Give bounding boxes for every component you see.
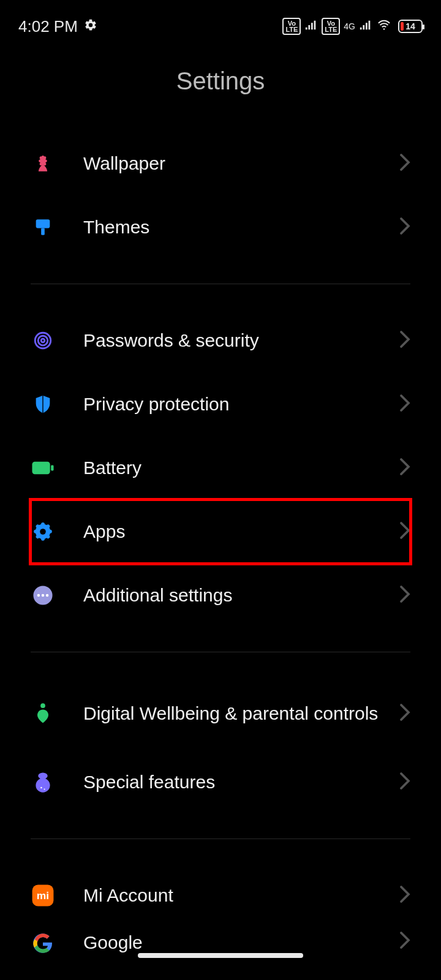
fingerprint-icon [31, 328, 55, 353]
svg-point-16 [36, 778, 50, 793]
svg-point-1 [42, 156, 45, 159]
svg-point-0 [383, 28, 385, 30]
wellbeing-icon [31, 701, 55, 726]
settings-item-label: Digital Wellbeing & parental controls [83, 702, 399, 725]
status-right: VoLTE VoLTE 4G 14 [282, 17, 423, 36]
network-type: 4G [344, 22, 355, 31]
status-left: 4:02 PM [18, 17, 97, 36]
svg-point-13 [46, 594, 49, 597]
page-title: Settings [0, 67, 441, 95]
chevron-right-icon [399, 521, 410, 542]
chevron-right-icon [399, 585, 410, 606]
svg-point-17 [40, 787, 42, 789]
shield-icon [31, 392, 55, 417]
settings-list: Wallpaper Themes Passwords & security Pr… [0, 132, 441, 980]
volte-badge-2-icon: VoLTE [322, 18, 340, 35]
signal-icon [304, 17, 318, 36]
chevron-right-icon [399, 217, 410, 238]
settings-item-label: Wallpaper [83, 152, 399, 175]
settings-item-label: Privacy protection [83, 393, 399, 416]
svg-rect-7 [32, 462, 50, 474]
settings-item-label: Apps [83, 520, 399, 543]
svg-point-11 [37, 594, 40, 597]
chevron-right-icon [399, 772, 410, 793]
settings-item-label: Battery [83, 456, 399, 480]
chevron-right-icon [399, 458, 410, 478]
settings-item-privacy[interactable]: Privacy protection [31, 372, 410, 436]
home-indicator[interactable] [138, 953, 303, 958]
gear-filled-icon [31, 519, 55, 544]
svg-point-6 [41, 339, 45, 342]
battery-percent: 14 [405, 21, 415, 31]
svg-text:mi: mi [37, 889, 49, 902]
clock: 4:02 PM [18, 17, 78, 36]
settings-item-wallpaper[interactable]: Wallpaper [31, 132, 410, 195]
chevron-right-icon [399, 153, 410, 174]
google-logo-icon [31, 931, 55, 956]
settings-item-battery[interactable]: Battery [31, 436, 410, 500]
gear-icon [84, 17, 97, 36]
settings-item-apps[interactable]: Apps [31, 500, 410, 564]
divider [31, 652, 410, 652]
mi-logo-icon: mi [31, 883, 55, 908]
chevron-right-icon [399, 931, 410, 952]
svg-point-5 [38, 336, 48, 345]
svg-point-18 [44, 789, 45, 790]
settings-item-themes[interactable]: Themes [31, 195, 410, 259]
svg-point-15 [38, 773, 47, 779]
volte-badge-icon: VoLTE [282, 18, 301, 35]
settings-item-additional[interactable]: Additional settings [31, 564, 410, 627]
settings-item-label: Special features [83, 771, 399, 794]
settings-item-label: Mi Account [83, 884, 399, 907]
settings-item-passwords[interactable]: Passwords & security [31, 309, 410, 372]
svg-rect-8 [51, 466, 53, 471]
divider [31, 284, 410, 284]
settings-item-label: Google [83, 931, 399, 954]
svg-point-14 [40, 703, 45, 708]
battery-icon [31, 456, 55, 480]
brush-icon [31, 215, 55, 239]
svg-point-12 [42, 594, 45, 597]
chevron-right-icon [399, 394, 410, 415]
signal-2-icon [359, 17, 372, 36]
settings-item-label: Additional settings [83, 584, 399, 607]
battery-icon: 14 [396, 20, 423, 33]
chevron-right-icon [399, 885, 410, 906]
flask-icon [31, 770, 55, 794]
chevron-right-icon [399, 703, 410, 724]
ellipsis-circle-icon [31, 583, 55, 608]
divider [31, 839, 410, 839]
flower-icon [31, 151, 55, 176]
chevron-right-icon [399, 330, 410, 351]
wifi-icon [376, 17, 392, 36]
settings-item-label: Passwords & security [83, 329, 399, 352]
status-bar: 4:02 PM VoLTE VoLTE 4G 14 [0, 0, 441, 43]
settings-item-label: Themes [83, 216, 399, 239]
settings-item-wellbeing[interactable]: Digital Wellbeing & parental controls [31, 677, 410, 750]
svg-rect-2 [36, 219, 50, 228]
svg-point-9 [40, 529, 46, 535]
settings-item-miaccount[interactable]: mi Mi Account [31, 864, 410, 927]
settings-item-special[interactable]: Special features [31, 750, 410, 814]
svg-rect-3 [41, 228, 45, 235]
